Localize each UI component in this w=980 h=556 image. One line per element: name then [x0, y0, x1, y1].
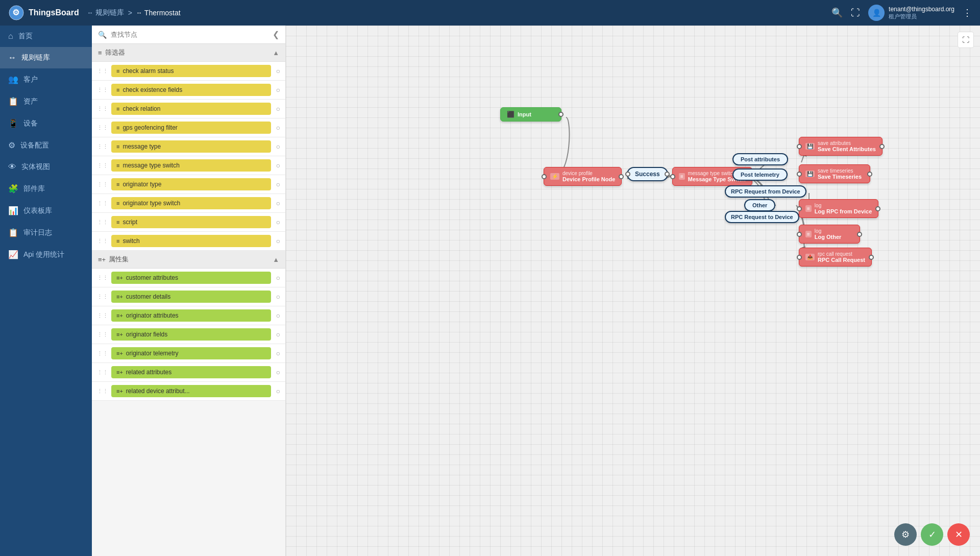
node-chip-script[interactable]: ≡ script [111, 216, 271, 228]
drag-icon: ⋮⋮ [97, 200, 108, 207]
node-chip-icon: ≡ [116, 162, 119, 168]
filter-section-header[interactable]: ≡ 筛选器 ▲ [92, 44, 285, 62]
node-add-button[interactable]: ○ [276, 105, 280, 113]
input-node[interactable]: ⬛ Input [500, 107, 561, 122]
app-logo[interactable]: ⚙ ThingsBoard [8, 5, 79, 21]
discard-button[interactable]: ✕ [947, 523, 970, 546]
rpc-call-request-node[interactable]: 📤 rpc call request RPC Call Request [799, 248, 872, 267]
sidebar-item-audit[interactable]: 📋 审计日志 [0, 222, 92, 244]
node-add-button[interactable]: ○ [276, 387, 280, 395]
node-chip-related-attributes[interactable]: ≡+ related attributes [111, 366, 271, 378]
node-add-button[interactable]: ○ [276, 199, 280, 207]
node-chip-customer-details[interactable]: ≡+ customer details [111, 291, 271, 303]
node-add-button[interactable]: ○ [276, 180, 280, 188]
menu-icon[interactable]: ⋮ [963, 7, 972, 18]
save-ts-labels: save timeseries Save Timeseries [818, 168, 862, 180]
node-chip-originator-type[interactable]: ≡ originator type [111, 178, 271, 190]
node-chip-check-relation[interactable]: ≡ check relation [111, 103, 271, 115]
node-chip-originator-telemetry[interactable]: ≡+ originator telemetry [111, 347, 271, 359]
list-item: ⋮⋮ ≡ check alarm status ○ [92, 62, 285, 81]
node-chip-related-device-attributes[interactable]: ≡+ related device attribut... [111, 385, 271, 397]
node-add-button[interactable]: ○ [276, 161, 280, 170]
sidebar-item-device-config[interactable]: ⚙ 设备配置 [0, 134, 92, 156]
search-input[interactable] [111, 31, 268, 38]
drag-icon: ⋮⋮ [97, 162, 108, 169]
node-add-button[interactable]: ○ [276, 311, 280, 320]
attribute-section-title: 属性集 [109, 255, 129, 264]
filter-section-title: 筛选器 [105, 48, 125, 57]
node-chip-originator-fields[interactable]: ≡+ originator fields [111, 328, 271, 341]
sidebar-item-customers[interactable]: 👥 客户 [0, 68, 92, 90]
customers-icon: 👥 [8, 75, 18, 84]
drag-icon: ⋮⋮ [97, 238, 108, 245]
breadcrumb-link1[interactable]: ↔ 规则链库 [87, 8, 124, 17]
save-attributes-node[interactable]: 💾 save attributes Save Client Attributes [799, 137, 883, 156]
attribute-section-toggle[interactable]: ▲ [273, 256, 279, 263]
node-label: related attributes [126, 369, 172, 376]
node-chip-gps[interactable]: ≡ gps geofencing filter [111, 122, 271, 134]
collapse-panel-button[interactable]: ❮ [273, 30, 279, 39]
node-add-button[interactable]: ○ [276, 330, 280, 339]
log-rpc-node[interactable]: ≡ log Log RPC from Device [799, 199, 878, 218]
node-chip-message-type[interactable]: ≡ message type [111, 140, 271, 153]
sidebar-label-assets: 资产 [23, 97, 38, 106]
node-add-button[interactable]: ○ [276, 274, 280, 282]
api-icon: 📈 [8, 250, 18, 259]
node-add-button[interactable]: ○ [276, 368, 280, 376]
node-chip-icon: ≡+ [116, 388, 123, 394]
node-chip-originator-type-switch[interactable]: ≡ originator type switch [111, 197, 271, 209]
node-add-button[interactable]: ○ [276, 349, 280, 357]
sidebar-item-realtime[interactable]: 👁 实体视图 [0, 156, 92, 178]
fullscreen-icon[interactable]: ⛶ [851, 8, 860, 18]
filter-section-toggle[interactable]: ▲ [273, 49, 279, 57]
node-chip-check-existence[interactable]: ≡ check existence fields [111, 84, 271, 96]
node-add-button[interactable]: ○ [276, 293, 280, 301]
settings-button[interactable]: ⚙ [894, 523, 917, 546]
node-label: originator telemetry [126, 350, 179, 357]
node-add-button[interactable]: ○ [276, 218, 280, 226]
node-add-button[interactable]: ○ [276, 124, 280, 132]
sidebar-item-widgets[interactable]: 🧩 部件库 [0, 178, 92, 200]
confirm-button[interactable]: ✓ [921, 523, 943, 546]
node-add-button[interactable]: ○ [276, 237, 280, 245]
post-telemetry-node[interactable]: Post telemetry [732, 168, 788, 181]
node-chip-message-type-switch[interactable]: ≡ message type switch [111, 159, 271, 172]
node-chip-icon: ≡+ [116, 369, 123, 375]
device-profile-node[interactable]: ⚡ device profile Device Profile Node [544, 167, 622, 186]
node-add-button[interactable]: ○ [276, 67, 280, 75]
rpc-request-from-device-node[interactable]: RPC Request from Device [725, 185, 806, 198]
log-other-title: Log Other [815, 234, 842, 240]
success-node[interactable]: Success [627, 167, 668, 181]
attribute-section-header[interactable]: ≡+ 属性集 ▲ [92, 251, 285, 269]
node-label: gps geofencing filter [122, 124, 177, 131]
node-chip-switch[interactable]: ≡ switch [111, 235, 271, 247]
sidebar-item-api[interactable]: 📈 Api 使用统计 [0, 244, 92, 265]
canvas[interactable]: ⬛ Input ⚡ device profile Device Profile … [286, 26, 980, 556]
post-attributes-node[interactable]: Post attributes [732, 153, 788, 165]
save-timeseries-node[interactable]: 💾 save timeseries Save Timeseries [799, 164, 870, 183]
node-add-button[interactable]: ○ [276, 86, 280, 94]
canvas-fullscreen-button[interactable]: ⛶ [958, 32, 974, 48]
log-other-node[interactable]: ≡ log Log Other [799, 225, 860, 244]
sidebar-item-devices[interactable]: 📱 设备 [0, 112, 92, 134]
sidebar-item-home[interactable]: ⌂ 首页 [0, 26, 92, 47]
node-chip-check-alarm-status[interactable]: ≡ check alarm status [111, 65, 271, 77]
node-chip-icon: ≡ [116, 125, 119, 131]
node-chip-originator-attributes[interactable]: ≡+ originator attributes [111, 309, 271, 322]
rulechain-icon: ↔ [8, 53, 16, 62]
sidebar-item-rulechain[interactable]: ↔ 规则链库 [0, 47, 92, 68]
rpc-request-to-device-node[interactable]: RPC Request to Device [725, 211, 799, 223]
other-node[interactable]: Other [744, 199, 775, 211]
device-profile-labels: device profile Device Profile Node [562, 171, 615, 182]
node-chip-customer-attributes[interactable]: ≡+ customer attributes [111, 272, 271, 284]
search-icon[interactable]: 🔍 [831, 7, 843, 18]
node-label: originator type [122, 181, 161, 188]
drag-icon: ⋮⋮ [97, 312, 108, 319]
node-label: originator attributes [126, 312, 179, 319]
node-label: check existence fields [122, 86, 182, 93]
sidebar-item-dashboards[interactable]: 📊 仪表板库 [0, 200, 92, 222]
sidebar-item-assets[interactable]: 📋 资产 [0, 90, 92, 112]
node-add-button[interactable]: ○ [276, 142, 280, 151]
node-chip-icon: ≡+ [116, 350, 123, 356]
filter-section-icon: ≡ [98, 49, 102, 57]
